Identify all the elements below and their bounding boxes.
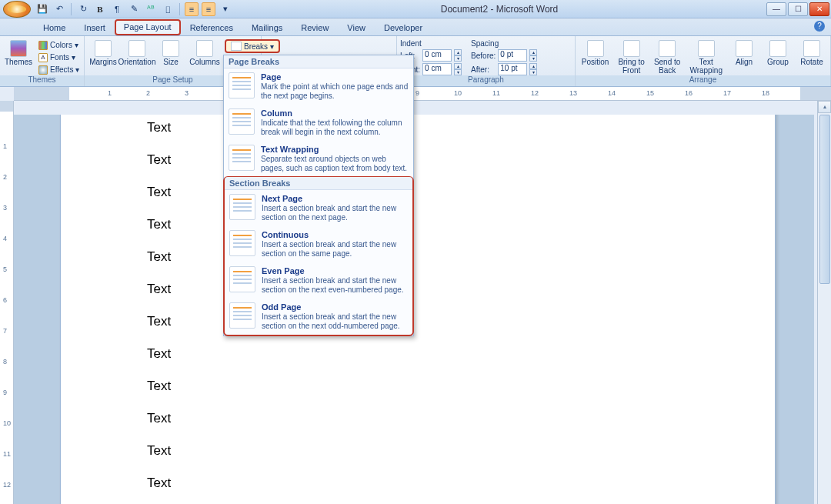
spacing-after-input[interactable]: 10 pt <box>498 63 527 75</box>
scroll-up-arrow[interactable]: ▴ <box>818 101 831 113</box>
fonts-button[interactable]: AFonts ▾ <box>37 52 81 63</box>
spacing-before-spinner[interactable]: ▴▾ <box>529 49 537 62</box>
break-item-desc: Insert a section break and start the new… <box>262 312 408 331</box>
ruler-tick: 13 <box>569 89 577 97</box>
document-text-line[interactable]: Text <box>147 476 171 491</box>
spacing-before-input[interactable]: 0 pt <box>498 49 527 62</box>
breaks-menu-item[interactable]: PageMark the point at which one page end… <box>224 68 413 105</box>
document-text-line[interactable]: Text <box>147 185 171 200</box>
qat-redo[interactable]: ↻ <box>76 2 90 16</box>
break-item-desc: Separate text around objects on web page… <box>261 155 409 173</box>
document-text-line[interactable]: Text <box>147 217 171 232</box>
group-button[interactable]: Group <box>763 39 793 67</box>
themes-button[interactable]: Themes <box>3 39 34 67</box>
indent-left-input[interactable]: 0 cm <box>422 49 452 62</box>
document-text-line[interactable]: Text <box>147 282 171 297</box>
document-text-line[interactable]: Text <box>147 152 171 168</box>
ruler-tick: 12 <box>531 89 539 97</box>
document-text-line[interactable]: Text <box>147 411 171 426</box>
document-text-line[interactable]: Text <box>147 443 171 459</box>
tab-review[interactable]: Review <box>292 21 338 35</box>
qat-separator <box>179 3 180 15</box>
document-text-line[interactable]: Text <box>147 249 171 265</box>
fonts-label: Fonts <box>50 53 69 62</box>
group-arrange: Arrange <box>576 75 830 86</box>
breaks-menu-item[interactable]: ContinuousInsert a section break and sta… <box>225 226 412 262</box>
indent-right-spinner[interactable]: ▴▾ <box>454 63 462 75</box>
tab-references[interactable]: References <box>181 21 242 35</box>
document-area[interactable]: TextTextTextTextTextTextTextTextTextText… <box>14 115 814 504</box>
document-text-line[interactable]: Text <box>147 314 171 329</box>
ruler-tick: 9 <box>3 389 7 396</box>
tab-home[interactable]: Home <box>34 21 75 35</box>
break-item-title: Odd Page <box>262 302 408 312</box>
vertical-scrollbar[interactable]: ▴ <box>817 101 831 504</box>
size-button[interactable]: Size <box>155 39 186 67</box>
align-button[interactable]: Align <box>729 39 759 67</box>
qat-customize[interactable]: ▾ <box>219 2 232 16</box>
spacing-after-spinner[interactable]: ▴▾ <box>529 63 537 75</box>
ruler-tick: 1 <box>3 142 7 150</box>
margins-button[interactable]: Margins <box>88 39 118 67</box>
colors-button[interactable]: Colors ▾ <box>37 39 81 51</box>
effects-button[interactable]: Effects ▾ <box>37 64 81 75</box>
tab-insert[interactable]: Insert <box>75 21 115 35</box>
ruler-tick: 2 <box>3 173 7 181</box>
indent-right-input[interactable]: 0 cm <box>422 63 452 75</box>
break-item-icon <box>229 230 255 256</box>
maximize-button[interactable]: ☐ <box>788 2 808 16</box>
indent-left-spinner[interactable]: ▴▾ <box>454 49 462 62</box>
ruler-tick: 18 <box>762 89 769 97</box>
rotate-button[interactable]: Rotate <box>796 39 827 67</box>
text-wrapping-button[interactable]: Text Wrapping <box>686 39 726 75</box>
break-item-desc: Mark the point at which one page ends an… <box>261 82 409 101</box>
group-icon <box>769 40 786 57</box>
qat-undo[interactable]: ↶ <box>52 2 66 16</box>
qat-btn-generic-1[interactable]: ✎ <box>127 2 141 16</box>
send-back-icon <box>659 40 676 57</box>
breaks-menu-item[interactable]: Text WrappingSeparate text around object… <box>224 141 413 177</box>
document-text-line[interactable]: Text <box>147 120 171 135</box>
tab-mailings[interactable]: Mailings <box>242 21 292 35</box>
horizontal-ruler[interactable]: 123456789101112131415161718 <box>14 87 831 101</box>
breaks-menu-item[interactable]: Even PageInsert a section break and star… <box>225 262 412 299</box>
align-icon <box>736 40 753 57</box>
document-text-line[interactable]: Text <box>147 346 171 362</box>
bring-to-front-button[interactable]: Bring to Front <box>615 39 647 75</box>
vertical-ruler[interactable]: 123456789101112 <box>0 101 14 504</box>
spacing-after-label: After: <box>471 65 496 74</box>
group-paragraph: Paragraph <box>397 75 575 86</box>
breaks-menu-item[interactable]: ColumnIndicate that the text following t… <box>224 105 413 141</box>
columns-button[interactable]: Columns <box>189 39 220 67</box>
close-button[interactable]: ✕ <box>809 2 829 16</box>
break-item-desc: Indicate that the text following the col… <box>261 118 409 137</box>
qat-paragraph-marks[interactable]: ¶ <box>110 2 124 16</box>
breaks-menu-item[interactable]: Odd PageInsert a section break and start… <box>225 299 412 335</box>
tab-developer[interactable]: Developer <box>375 21 432 35</box>
document-text-line[interactable]: Text <box>147 379 171 394</box>
qat-highlight-2[interactable]: ≡ <box>202 2 215 16</box>
qat-highlight-1[interactable]: ≡ <box>185 2 199 16</box>
ruler-tick: 1 <box>108 89 112 97</box>
qat-save[interactable]: 💾 <box>35 2 49 16</box>
scroll-thumb[interactable] <box>819 115 830 284</box>
help-icon[interactable]: ? <box>814 21 825 32</box>
bring-front-label: Bring to Front <box>618 58 644 75</box>
qat-btn-generic-2[interactable]: ᴬᴮ <box>144 2 158 16</box>
breaks-menu-item[interactable]: Next PageInsert a section break and star… <box>225 190 412 226</box>
rotate-icon <box>803 40 820 57</box>
break-item-title: Continuous <box>262 230 408 239</box>
group-btn-label: Group <box>767 58 789 66</box>
tab-page-layout[interactable]: Page Layout <box>115 19 181 35</box>
ruler-tick: 17 <box>723 89 731 97</box>
page[interactable]: TextTextTextTextTextTextTextTextTextText… <box>60 115 776 504</box>
qat-btn-generic-3[interactable]: ⌷ <box>161 2 175 16</box>
qat-bold[interactable]: B <box>93 2 107 16</box>
position-button[interactable]: Position <box>579 39 612 67</box>
tab-view[interactable]: View <box>338 21 375 35</box>
break-item-title: Page <box>261 72 409 82</box>
office-button[interactable] <box>3 1 31 18</box>
send-to-back-button[interactable]: Send to Back <box>651 39 683 75</box>
minimize-button[interactable]: — <box>766 2 786 16</box>
orientation-button[interactable]: Orientation <box>122 39 152 67</box>
